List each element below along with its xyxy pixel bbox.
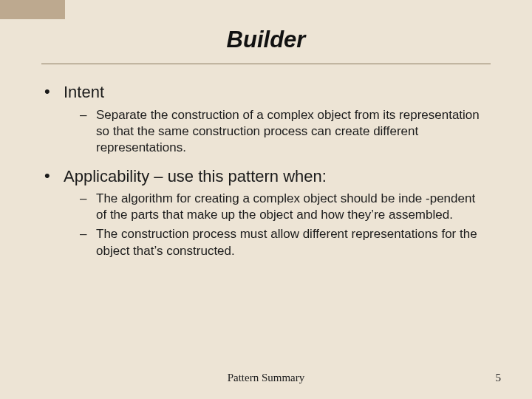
list-item: – The construction process must allow di… [80,226,491,259]
dash-icon: – [80,191,96,207]
bullet-applicability: • Applicability – use this pattern when: [44,166,491,187]
slide: Builder • Intent – Separate the construc… [0,0,532,399]
footer-label: Pattern Summary [0,372,532,384]
bullet-label: Intent [64,82,104,103]
sub-text: The algorithm for creating a complex obj… [96,191,480,223]
slide-title: Builder [41,27,491,53]
bullet-icon: • [44,166,64,185]
slide-body: • Intent – Separate the construction of … [41,82,491,259]
list-item: – The algorithm for creating a complex o… [80,191,491,223]
bullet-intent: • Intent [44,82,491,103]
page-number: 5 [496,372,502,384]
dash-icon: – [80,107,96,123]
title-rule [41,64,491,64]
bullet-label: Applicability – use this pattern when: [64,166,327,187]
list-item: – Separate the construction of a complex… [80,107,491,156]
dash-icon: – [80,226,96,242]
sub-text: The construction process must allow diff… [96,226,480,259]
applicability-sublist: – The algorithm for creating a complex o… [80,191,491,259]
sub-text: Separate the construction of a complex o… [96,107,480,156]
bullet-icon: • [44,82,64,101]
intent-sublist: – Separate the construction of a complex… [80,107,491,156]
